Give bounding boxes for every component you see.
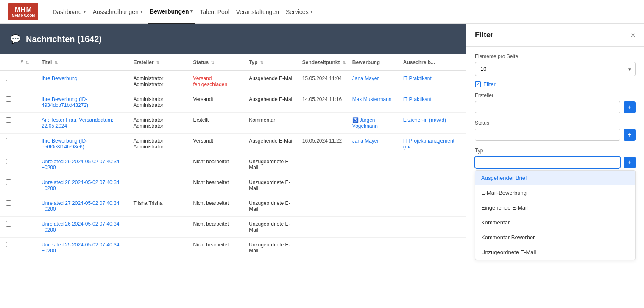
nav-item-services[interactable]: Services ▾	[284, 0, 315, 24]
col-status[interactable]: Status ⇅	[190, 54, 245, 71]
table-body: Ihre BewerbungAdministrator Administrato…	[0, 71, 466, 258]
row-titel-link[interactable]: Unrelated 29 2024-05-02 07:40:34 +0200	[42, 159, 119, 171]
row-ersteller: Administrator Administrator	[130, 134, 190, 154]
row-checkbox[interactable]	[6, 179, 11, 185]
row-checkbox[interactable]	[6, 96, 11, 102]
status-badge: Versand fehlgeschlagen	[193, 76, 227, 87]
typ-option-unzugeordnete-email[interactable]: Unzugeordnete E-Mail	[475, 245, 635, 260]
row-titel-link[interactable]: An: Tester Frau, Versanddatum: 22.05.202…	[42, 117, 113, 129]
row-titel-link[interactable]: Ihre Bewerbung (ID-e56f0e8f14fe98e6)	[42, 138, 87, 150]
nav-chevron-icon: ▾	[84, 9, 86, 14]
row-titel-link[interactable]: Unrelated 26 2024-05-02 07:40:34 +0200	[42, 221, 119, 233]
row-bewerbung	[349, 238, 400, 258]
bewerbung-link[interactable]: Max Mustermann	[352, 96, 392, 102]
row-ersteller	[130, 175, 190, 196]
col-bewerbung[interactable]: Bewerbung	[349, 54, 400, 71]
col-titel[interactable]: Titel ⇅	[38, 54, 130, 71]
row-titel-link[interactable]: Ihre Bewerbung (ID-4934dcb71bd43272)	[42, 96, 88, 108]
row-sendezeitpunkt: 14.05.2024 11:16	[299, 92, 349, 113]
filter-toggle[interactable]: ✓ Filter	[475, 81, 636, 87]
row-num	[17, 113, 38, 134]
row-ersteller	[130, 238, 190, 258]
row-checkbox-cell	[0, 92, 17, 113]
typ-add-button[interactable]: +	[624, 157, 636, 168]
row-titel-link[interactable]: Ihre Bewerbung	[42, 76, 78, 81]
row-checkbox[interactable]	[6, 200, 11, 206]
status-badge: Versandt	[193, 138, 213, 144]
col-typ[interactable]: Typ ⇅	[245, 54, 299, 71]
typ-option-kommentar[interactable]: Kommentar	[475, 215, 635, 230]
row-ausschreib	[400, 196, 466, 217]
nav-item-ausschreibungen[interactable]: Ausschreibungen ▾	[91, 0, 145, 24]
row-ausschreib: Erzieher-in (m/w/d)	[400, 113, 466, 134]
status-input[interactable]	[475, 129, 620, 141]
row-checkbox-cell	[0, 175, 17, 196]
row-bewerbung: ♿Jürgen Vogelmann	[349, 113, 400, 134]
row-titel: Ihre Bewerbung	[38, 71, 130, 92]
table-row: Unrelated 29 2024-05-02 07:40:34 +0200Ni…	[0, 154, 466, 175]
ausschreib-link[interactable]: IT Projektmanagement (m/...	[403, 138, 454, 150]
row-ausschreib: IT Projektmanagement (m/...	[400, 134, 466, 154]
row-checkbox[interactable]	[6, 221, 11, 227]
nav-item-bewerbungen[interactable]: Bewerbungen ▾	[148, 0, 195, 24]
row-checkbox-cell	[0, 217, 17, 238]
row-titel-link[interactable]: Unrelated 25 2024-05-02 07:40:34 +0200	[42, 242, 119, 254]
col-ausschreib[interactable]: Ausschreib...	[400, 54, 466, 71]
row-num	[17, 71, 38, 92]
ausschreib-link[interactable]: IT Praktikant	[403, 96, 432, 102]
navigation: MHM MHM-HR.COM Dashboard ▾Ausschreibunge…	[0, 0, 644, 24]
ausschreib-link[interactable]: IT Praktikant	[403, 76, 432, 81]
col-num[interactable]: # ⇅	[17, 54, 38, 71]
col-ersteller[interactable]: Ersteller ⇅	[130, 54, 190, 71]
row-bewerbung	[349, 154, 400, 175]
row-titel-link[interactable]: Unrelated 28 2024-05-02 07:40:34 +0200	[42, 179, 119, 191]
nav-item-veranstaltungen[interactable]: Veranstaltungen	[234, 0, 281, 24]
row-titel: Ihre Bewerbung (ID-4934dcb71bd43272)	[38, 92, 130, 113]
table-row: Unrelated 28 2024-05-02 07:40:34 +0200Ni…	[0, 175, 466, 196]
bewerbung-link[interactable]: Jana Mayer	[352, 76, 379, 81]
table-header-row: # ⇅ Titel ⇅ Ersteller ⇅ Status ⇅ Typ ⇅ S…	[0, 54, 466, 71]
table-row: Unrelated 27 2024-05-02 07:40:34 +0200Tr…	[0, 196, 466, 217]
row-status: Nicht bearbeitet	[190, 196, 245, 217]
row-ersteller	[130, 154, 190, 175]
row-titel: Unrelated 27 2024-05-02 07:40:34 +0200	[38, 196, 130, 217]
ersteller-input[interactable]	[475, 101, 620, 113]
row-ausschreib	[400, 175, 466, 196]
filter-close-button[interactable]: ×	[630, 31, 636, 39]
ausschreib-link[interactable]: Erzieher-in (m/w/d)	[403, 117, 446, 123]
col-sendezeitpunkt[interactable]: Sendezeitpunkt ⇅	[299, 54, 349, 71]
typ-option-kommentar-bewerber[interactable]: Kommentar Bewerber	[475, 230, 635, 245]
row-typ: Unzugeordnete E-Mail	[245, 196, 299, 217]
nav-item-dashboard[interactable]: Dashboard ▾	[51, 0, 88, 24]
bewerbung-link[interactable]: Jana Mayer	[352, 138, 379, 144]
elements-per-page-label: Elemente pro Seite	[475, 53, 636, 59]
row-typ: Unzugeordnete E-Mail	[245, 217, 299, 238]
elements-per-page-select[interactable]: 10 25 50 100	[475, 62, 636, 76]
logo[interactable]: MHM MHM-HR.COM	[8, 3, 38, 20]
row-checkbox[interactable]	[6, 138, 11, 143]
row-checkbox[interactable]	[6, 117, 11, 123]
row-titel-link[interactable]: Unrelated 27 2024-05-02 07:40:34 +0200	[42, 200, 119, 212]
row-ausschreib	[400, 154, 466, 175]
typ-option-eingehende-email[interactable]: Eingehende E-Mail	[475, 200, 635, 215]
filter-header: Filter ×	[466, 24, 644, 47]
nav-chevron-icon: ▾	[140, 9, 143, 14]
row-typ: Kommentar	[245, 113, 299, 134]
row-checkbox[interactable]	[6, 76, 11, 81]
status-add-button[interactable]: +	[624, 129, 636, 141]
typ-input[interactable]	[475, 156, 620, 168]
logo-text-bottom: MHM-HR.COM	[12, 14, 35, 18]
row-sendezeitpunkt	[299, 217, 349, 238]
nav-item-talent-pool[interactable]: Talent Pool	[198, 0, 231, 24]
row-checkbox[interactable]	[6, 242, 11, 247]
typ-option-email-bewerbung[interactable]: E-Mail-Bewerbung	[475, 185, 635, 200]
ersteller-add-button[interactable]: +	[624, 101, 636, 113]
ersteller-row: +	[475, 101, 636, 113]
row-ersteller: Administrator Administrator	[130, 113, 190, 134]
row-status: Versandt	[190, 134, 245, 154]
filter-title: Filter	[475, 31, 493, 39]
row-checkbox[interactable]	[6, 159, 11, 164]
filter-toggle-checkbox[interactable]: ✓	[475, 81, 481, 87]
typ-option-ausgehender-brief[interactable]: Ausgehender Brief	[475, 171, 635, 185]
row-checkbox-cell	[0, 196, 17, 217]
